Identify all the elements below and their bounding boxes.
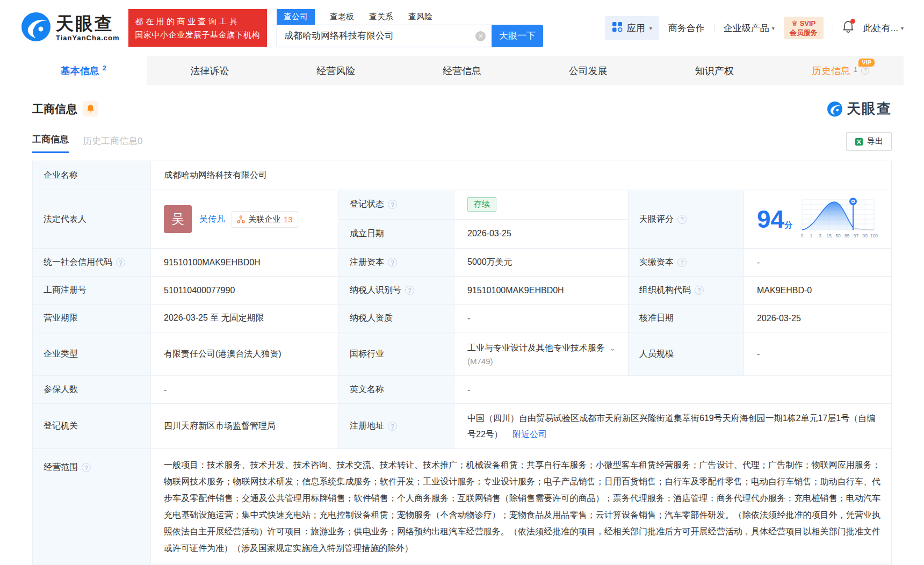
svg-text:15: 15 xyxy=(827,233,832,238)
reg-status-label-cell: 登记状态? xyxy=(339,190,454,220)
legal-rep-label: 法定代表人 xyxy=(33,190,151,249)
watermark-text: 天眼查 xyxy=(847,99,892,118)
company-name-label: 企业名称 xyxy=(33,161,151,190)
insured-count-value: - xyxy=(151,376,339,404)
status-badge: 存续 xyxy=(467,197,496,212)
apps-menu[interactable]: 应用 ▾ xyxy=(605,16,659,40)
svg-text:0: 0 xyxy=(801,233,804,238)
tab-intellectual-property[interactable]: 知识产权 xyxy=(651,56,777,85)
approval-date-value: 2026-03-25 xyxy=(743,305,891,332)
company-type-label: 企业类型 xyxy=(33,332,151,376)
tab-company-development-label: 公司发展 xyxy=(569,64,608,77)
help-icon[interactable]: ? xyxy=(677,215,687,224)
tab-operating-risk[interactable]: 经营风险 xyxy=(273,56,399,85)
taxpayer-id-value: 91510100MAK9EHBD0H xyxy=(454,277,629,305)
svg-text:85: 85 xyxy=(844,233,850,238)
help-icon[interactable]: ? xyxy=(82,463,91,472)
credit-code-label-cell: 统一社会信用代码? xyxy=(33,249,151,277)
vip-badge: VIP xyxy=(858,59,875,67)
company-name-value: 成都哈动网络科技有限公司 xyxy=(151,161,892,190)
section-title: 工商信息 xyxy=(32,102,77,117)
nearby-companies-link[interactable]: 附近公司 xyxy=(512,430,547,439)
industry-expander[interactable]: 工业与专业设计及其他专业技术服务 ⌄ xyxy=(467,343,617,354)
reg-address-cell: 中国（四川）自由贸易试验区成都市天府新区兴隆街道集萃街619号天府海创园一期1栋… xyxy=(454,404,892,449)
company-type-value: 有限责任公司(港澳台法人独资) xyxy=(151,332,339,376)
paid-capital-value: - xyxy=(743,249,891,277)
export-button[interactable]: 导出 xyxy=(846,132,892,151)
search-tab-company[interactable]: 查公司 xyxy=(277,9,315,25)
business-term-value: 2026-03-25 至 无固定期限 xyxy=(151,305,339,332)
reg-number-label: 工商注册号 xyxy=(33,277,151,305)
clear-search-icon[interactable]: ✕ xyxy=(475,31,486,41)
insured-count-label: 参保人数 xyxy=(33,376,151,404)
search-tab-boss[interactable]: 查老板 xyxy=(330,9,354,25)
tab-basic-info-count: 2 xyxy=(103,64,106,72)
help-icon[interactable]: ? xyxy=(405,286,414,295)
taxpayer-quality-label: 纳税人资质 xyxy=(339,305,454,332)
user-account-menu[interactable]: 此处有... ▾ xyxy=(863,22,904,34)
related-companies-button[interactable]: 关联企业 13 xyxy=(232,211,298,228)
tab-operating-info[interactable]: 经营信息 xyxy=(399,56,525,85)
legal-rep-name-link[interactable]: 吴传凡 xyxy=(199,214,225,225)
credit-code-value: 91510100MAK9EHBD0H xyxy=(151,249,339,277)
business-cooperation-link[interactable]: 商务合作 xyxy=(668,22,705,34)
tab-legal-label: 法律诉讼 xyxy=(190,64,229,77)
search-tab-risk[interactable]: 查风险 xyxy=(408,9,432,25)
staff-size-label: 人员规模 xyxy=(628,332,743,376)
business-scope-value: 一般项目：技术服务、技术开发、技术咨询、技术交流、技术转让、技术推广；机械设备租… xyxy=(151,449,892,564)
org-code-label: 组织机构代码 xyxy=(639,285,691,296)
subtab-business-info[interactable]: 工商信息 xyxy=(32,133,69,153)
score-value: 94分 xyxy=(757,207,792,231)
tianyancha-watermark: 天眼查 xyxy=(827,99,892,118)
search-tab-relation[interactable]: 查关系 xyxy=(369,9,393,25)
reg-address-label-cell: 注册地址? xyxy=(339,404,454,449)
tab-history-info[interactable]: VIP 历史信息 1 ? xyxy=(777,56,904,85)
reg-status-value: 存续 xyxy=(454,190,629,220)
search-button[interactable]: 天眼一下 xyxy=(492,25,543,47)
business-scope-label-cell: 经营范围? xyxy=(33,449,151,564)
chevron-down-icon: ⌄ xyxy=(609,343,616,353)
score-distribution-chart: 0 1 3 15 50 85 97 99 100 xyxy=(799,195,879,243)
help-icon[interactable]: ? xyxy=(388,422,397,431)
help-icon[interactable]: ? xyxy=(388,258,397,267)
tab-basic-info[interactable]: 基本信息 2 xyxy=(20,56,147,85)
paid-capital-label: 实缴资本 xyxy=(639,257,674,268)
table-row: 统一社会信用代码? 91510100MAK9EHBD0H 注册资本? 5000万… xyxy=(33,249,892,277)
tab-company-development[interactable]: 公司发展 xyxy=(525,56,651,85)
table-row: 企业类型 有限责任公司(港澳台法人独资) 国标行业 工业与专业设计及其他专业技术… xyxy=(33,332,892,376)
reg-number-value: 510110400077990 xyxy=(151,277,339,305)
apps-grid-icon xyxy=(612,21,623,35)
svip-member-button[interactable]: ♛ SVIP 会员服务 xyxy=(784,17,824,39)
monitor-bell-icon[interactable] xyxy=(83,101,98,117)
score-label: 天眼评分 xyxy=(639,214,674,225)
taxpayer-id-label-cell: 纳税人识别号? xyxy=(339,277,454,305)
search-input[interactable] xyxy=(277,25,492,47)
notifications-bell-icon[interactable] xyxy=(842,20,854,35)
caret-down-icon: ▾ xyxy=(649,25,652,31)
enterprise-products-menu[interactable]: 企业级产品 ▾ xyxy=(724,22,775,34)
legal-rep-avatar[interactable]: 吴 xyxy=(164,205,192,233)
paid-capital-label-cell: 实缴资本? xyxy=(628,249,743,277)
help-icon[interactable]: ? xyxy=(861,67,869,75)
related-companies-count: 13 xyxy=(284,215,293,224)
help-icon[interactable]: ? xyxy=(677,258,687,267)
promo-banner: 都在用的商业查询工具 国家中小企业发展子基金旗下机构 xyxy=(128,9,268,47)
industry-code: (M749) xyxy=(467,357,617,366)
divider xyxy=(714,23,714,33)
svg-text:3: 3 xyxy=(819,233,821,238)
tab-legal[interactable]: 法律诉讼 xyxy=(147,56,273,85)
tianyancha-logo[interactable]: 天眼查 TianYanCha.com xyxy=(20,11,120,45)
caret-down-icon: ▾ xyxy=(772,25,775,31)
subtab-history-business-info[interactable]: 历史工商信息0 xyxy=(83,135,142,153)
business-scope-label: 经营范围 xyxy=(44,462,78,473)
reg-capital-label: 注册资本 xyxy=(350,257,384,268)
related-companies-label: 关联企业 xyxy=(248,214,280,224)
reg-capital-label-cell: 注册资本? xyxy=(339,249,454,277)
help-icon[interactable]: ? xyxy=(388,200,397,209)
notification-dot xyxy=(850,19,855,24)
help-icon[interactable]: ? xyxy=(116,258,125,267)
help-icon[interactable]: ? xyxy=(695,286,704,295)
excel-icon xyxy=(855,137,863,146)
apps-label: 应用 xyxy=(627,22,645,34)
brand-domain: TianYanCha.com xyxy=(56,34,120,41)
